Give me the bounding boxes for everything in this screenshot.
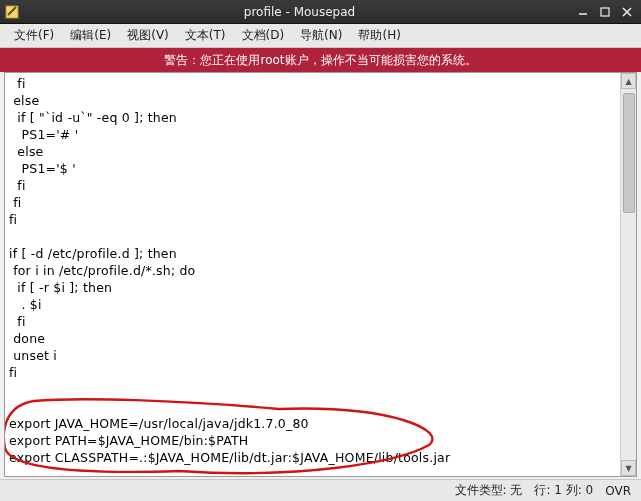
scroll-down-button[interactable]: ▼ [621, 460, 636, 476]
menu-view[interactable]: 视图(V) [119, 24, 177, 47]
text-editor[interactable]: fi else if [ "`id -u`" -eq 0 ]; then PS1… [5, 73, 620, 476]
statusbar: 文件类型: 无 行: 1 列: 0 OVR [0, 479, 641, 501]
menubar: 文件(F) 编辑(E) 视图(V) 文本(T) 文档(D) 导航(N) 帮助(H… [0, 24, 641, 48]
titlebar: profile - Mousepad [0, 0, 641, 24]
close-button[interactable] [617, 4, 637, 20]
root-warning-bar: 警告：您正在使用root账户，操作不当可能损害您的系统。 [0, 48, 641, 72]
editor-frame: fi else if [ "`id -u`" -eq 0 ]; then PS1… [4, 72, 637, 477]
minimize-button[interactable] [573, 4, 593, 20]
menu-navigation[interactable]: 导航(N) [292, 24, 350, 47]
scroll-thumb[interactable] [623, 93, 635, 213]
status-ovr: OVR [605, 484, 631, 498]
menu-help-label: 帮助(H) [358, 28, 400, 42]
menu-help[interactable]: 帮助(H) [350, 24, 408, 47]
menu-navigation-label: 导航(N) [300, 28, 342, 42]
vertical-scrollbar[interactable]: ▲ ▼ [620, 73, 636, 476]
maximize-button[interactable] [595, 4, 615, 20]
window-title: profile - Mousepad [26, 5, 573, 19]
menu-edit[interactable]: 编辑(E) [62, 24, 119, 47]
menu-file[interactable]: 文件(F) [6, 24, 62, 47]
menu-file-label: 文件(F) [14, 28, 54, 42]
menu-text-label: 文本(T) [185, 28, 226, 42]
svg-rect-1 [601, 8, 609, 16]
status-filetype: 文件类型: 无 [455, 482, 523, 499]
menu-view-label: 视图(V) [127, 28, 169, 42]
menu-document-label: 文档(D) [242, 28, 285, 42]
menu-edit-label: 编辑(E) [70, 28, 111, 42]
root-warning-text: 警告：您正在使用root账户，操作不当可能损害您的系统。 [164, 52, 476, 69]
editor-content: fi else if [ "`id -u`" -eq 0 ]; then PS1… [5, 73, 620, 468]
window-controls [573, 4, 637, 20]
app-icon [4, 4, 20, 20]
menu-document[interactable]: 文档(D) [234, 24, 293, 47]
scroll-up-button[interactable]: ▲ [621, 73, 636, 89]
status-position: 行: 1 列: 0 [534, 482, 593, 499]
menu-text[interactable]: 文本(T) [177, 24, 234, 47]
